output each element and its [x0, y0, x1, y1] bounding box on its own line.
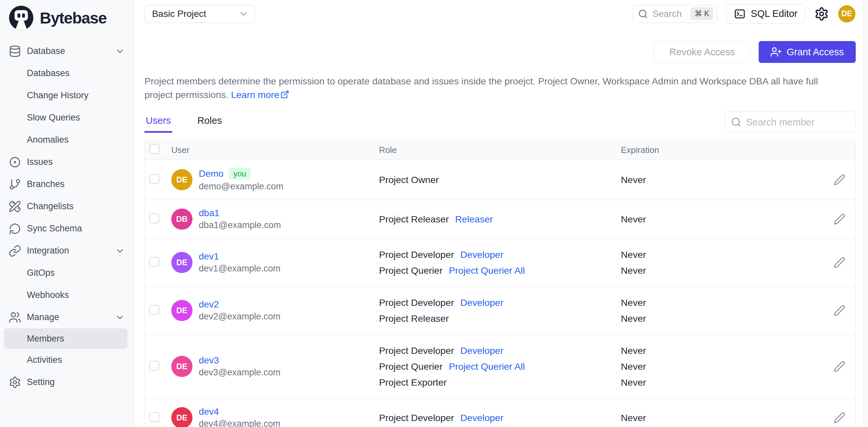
expiration-value: Never — [621, 211, 824, 227]
sidebar-item-gitops[interactable]: GitOps — [0, 262, 133, 284]
grant-access-button[interactable]: Grant Access — [759, 41, 856, 63]
role-link[interactable]: Developer — [461, 345, 503, 356]
chevron-down-icon — [115, 46, 125, 56]
row-checkbox[interactable] — [149, 361, 159, 371]
edit-pencil-icon[interactable] — [834, 360, 845, 372]
sidebar-item-change-history[interactable]: Change History — [0, 85, 133, 107]
role-label: Project Releaser — [379, 214, 449, 225]
select-all-checkbox[interactable] — [149, 144, 159, 154]
sql-editor-button[interactable]: SQL Editor — [726, 4, 805, 24]
role-label: Project Owner — [379, 174, 439, 185]
sidebar-item-anomalies[interactable]: Anomalies — [0, 129, 133, 151]
expiration-value: Never — [621, 295, 824, 310]
role-link[interactable]: Developer — [461, 297, 503, 308]
column-user: User — [171, 145, 379, 155]
sidebar-nav: Database Databases Change History Slow Q… — [0, 31, 133, 393]
avatar: DE — [171, 300, 192, 321]
edit-pencil-icon[interactable] — [834, 412, 845, 424]
table-row: DB dba1 dba1@example.com Project Release… — [145, 200, 856, 238]
role-label: Project Developer — [379, 249, 454, 260]
global-search-input[interactable]: Search ⌘ K — [633, 5, 717, 23]
role-link[interactable]: Releaser — [455, 214, 493, 225]
members-description: Project members determine the permission… — [145, 74, 840, 102]
chevron-down-icon — [115, 313, 125, 322]
table-row: DE Demo you demo@example.com Project Own… — [145, 160, 856, 200]
pencil-ruler-icon — [9, 200, 21, 213]
user-avatar[interactable]: DE — [838, 5, 856, 23]
tab-roles[interactable]: Roles — [196, 112, 223, 133]
sidebar-item-members[interactable]: Members — [4, 328, 128, 349]
avatar: DE — [171, 252, 192, 273]
search-icon — [731, 117, 741, 127]
sidebar-item-databases[interactable]: Databases — [0, 62, 133, 85]
row-checkbox[interactable] — [149, 214, 159, 223]
edit-pencil-icon[interactable] — [834, 213, 845, 225]
row-checkbox[interactable] — [149, 257, 159, 267]
members-table: User Role Expiration DE Demo you demo@ex… — [145, 140, 856, 427]
avatar: DE — [171, 356, 192, 377]
member-email: dev1@example.com — [199, 263, 281, 274]
expiration-value: Never — [621, 172, 824, 188]
column-expiration: Expiration — [621, 145, 824, 155]
role-link[interactable]: Developer — [461, 249, 503, 260]
table-row: DE dev3 dev3@example.com Project Develop… — [145, 334, 856, 398]
member-name-link[interactable]: dev1 — [199, 251, 219, 262]
row-checkbox[interactable] — [149, 305, 159, 315]
member-name-link[interactable]: Demo — [199, 168, 224, 179]
you-badge: you — [228, 168, 251, 180]
search-icon — [638, 9, 648, 19]
page-actions: Revoke Access Grant Access — [145, 41, 856, 63]
sidebar-item-sync-schema[interactable]: Sync Schema — [0, 218, 133, 240]
tab-users[interactable]: Users — [145, 112, 172, 133]
table-row: DE dev1 dev1@example.com Project Develop… — [145, 238, 856, 286]
member-name-link[interactable]: dev3 — [199, 355, 219, 366]
sidebar-item-changelists[interactable]: Changelists — [0, 195, 133, 218]
revoke-access-button[interactable]: Revoke Access — [654, 41, 750, 63]
sidebar-item-integration[interactable]: Integration — [0, 240, 133, 262]
sidebar-item-manage[interactable]: Manage — [0, 306, 133, 328]
circle-dot-icon — [9, 156, 21, 168]
search-shortcut-badge: ⌘ K — [690, 7, 713, 20]
sidebar-item-webhooks[interactable]: Webhooks — [0, 284, 133, 306]
member-search-input[interactable]: Search member — [724, 111, 856, 133]
avatar: DE — [171, 169, 192, 190]
role-link[interactable]: Developer — [461, 413, 503, 423]
edit-pencil-icon[interactable] — [834, 174, 845, 186]
member-email: dev4@example.com — [199, 419, 281, 427]
row-checkbox[interactable] — [149, 412, 159, 422]
expiration-value: Never — [621, 342, 824, 359]
topbar: Basic Project Search ⌘ K SQL Editor DE — [134, 0, 863, 28]
role-link[interactable]: Project Querier All — [449, 265, 525, 276]
bytebase-logo[interactable]: Bytebase — [0, 0, 133, 31]
role-link[interactable]: Project Querier All — [449, 361, 525, 372]
external-link-icon — [280, 90, 289, 99]
row-checkbox[interactable] — [149, 174, 159, 184]
sidebar-item-database[interactable]: Database — [0, 40, 133, 62]
sidebar-item-branches[interactable]: Branches — [0, 173, 133, 195]
expiration-value: Never — [621, 410, 824, 426]
expiration-value: Never — [621, 359, 824, 374]
sidebar-item-setting[interactable]: Setting — [0, 371, 133, 393]
edit-pencil-icon[interactable] — [834, 257, 845, 268]
settings-gear-icon[interactable] — [814, 7, 829, 21]
table-header: User Role Expiration — [145, 140, 856, 160]
page-scrollbar[interactable] — [863, 0, 868, 427]
learn-more-link[interactable]: Learn more — [231, 89, 289, 100]
project-select[interactable]: Basic Project — [145, 5, 255, 23]
role-label: Project Developer — [379, 345, 454, 356]
member-name-link[interactable]: dev4 — [199, 406, 219, 417]
role-label: Project Releaser — [379, 313, 449, 324]
terminal-icon — [734, 8, 746, 20]
member-name-link[interactable]: dba1 — [199, 208, 219, 219]
member-name-link[interactable]: dev2 — [199, 299, 219, 310]
expiration-value: Never — [621, 247, 824, 262]
sync-icon — [9, 223, 21, 235]
avatar: DE — [171, 407, 192, 427]
edit-pencil-icon[interactable] — [834, 304, 845, 317]
sidebar-item-slow-queries[interactable]: Slow Queries — [0, 107, 133, 129]
sidebar-item-activities[interactable]: Activities — [0, 349, 133, 371]
sidebar-item-issues[interactable]: Issues — [0, 151, 133, 173]
users-icon — [9, 311, 21, 324]
git-branch-icon — [9, 178, 21, 191]
member-tabs: Users Roles — [145, 112, 223, 133]
